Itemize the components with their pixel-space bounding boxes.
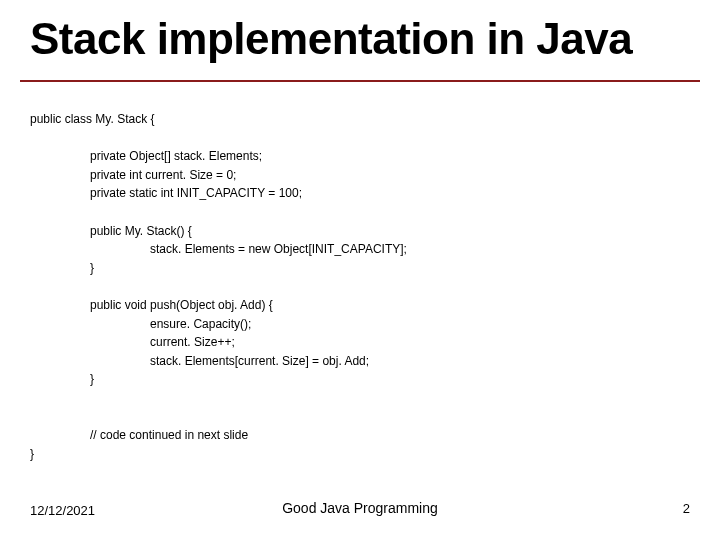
footer-title: Good Java Programming xyxy=(0,500,720,516)
title-underline xyxy=(20,80,700,82)
slide: Stack implementation in Java public clas… xyxy=(0,0,720,540)
footer-page-number: 2 xyxy=(683,501,690,516)
code-block: public class My. Stack { private Object[… xyxy=(30,110,690,463)
slide-title: Stack implementation in Java xyxy=(30,14,690,64)
